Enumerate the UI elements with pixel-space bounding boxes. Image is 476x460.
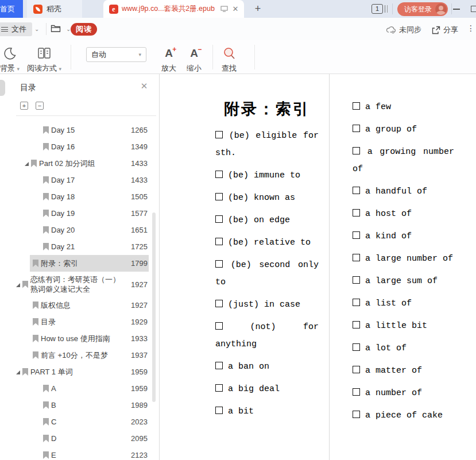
- new-tab-button[interactable]: +: [251, 2, 265, 16]
- maximize-button[interactable]: [471, 6, 476, 12]
- index-entry-line: (be) eligible for: [215, 127, 319, 145]
- minimize-button[interactable]: [453, 9, 460, 10]
- entry-checkbox[interactable]: [353, 321, 360, 328]
- entry-checkbox[interactable]: [215, 407, 223, 414]
- toc-item[interactable]: Day 21 1725: [0, 238, 160, 255]
- expand-triangle-icon[interactable]: [16, 283, 20, 287]
- entry-checkbox[interactable]: [215, 193, 223, 200]
- login-button[interactable]: 访客登录: [397, 2, 448, 16]
- toc-item[interactable]: E 2123: [0, 447, 160, 460]
- toc-item-page: 1433: [131, 159, 148, 168]
- entry-checkbox[interactable]: [353, 388, 360, 396]
- bookmark-icon: [33, 318, 38, 326]
- page-column-1: 附录：索引 (be) eligible forsth. (be) immune …: [160, 74, 329, 460]
- index-entry-line: a lot of: [353, 340, 454, 357]
- entry-checkbox[interactable]: [353, 209, 360, 217]
- toc-item[interactable]: A 1959: [0, 380, 160, 397]
- entry-checkbox[interactable]: [353, 254, 360, 261]
- toc-item[interactable]: B 1989: [0, 397, 160, 413]
- zoom-in-tool[interactable]: A+ 放大: [157, 45, 181, 74]
- entry-checkbox[interactable]: [353, 343, 360, 351]
- sync-status[interactable]: 未同步: [386, 25, 421, 35]
- share-icon: [432, 26, 440, 34]
- read-mode-tool[interactable]: 阅读方式 ▾: [22, 45, 67, 74]
- entry-checkbox[interactable]: [215, 300, 223, 307]
- toc-item-label: Day 15: [51, 122, 131, 138]
- toc-item[interactable]: 附录：索引 1799: [0, 255, 160, 272]
- bookmark-icon: [43, 143, 49, 150]
- entry-checkbox[interactable]: [353, 102, 360, 110]
- index-entry-line: a large sum of: [353, 273, 454, 290]
- tab-home[interactable]: 首页: [0, 0, 23, 18]
- entry-checkbox[interactable]: [215, 362, 223, 369]
- monitor-icon[interactable]: [220, 5, 228, 13]
- file-menu-button[interactable]: 文件: [0, 22, 32, 36]
- toc-item[interactable]: 恋练有词：考研英语（一）熟词僻义速记大全 1927: [0, 272, 160, 297]
- caret-down-icon: ▾: [59, 66, 62, 72]
- sidebar-scrollbar[interactable]: [152, 212, 156, 402]
- entry-checkbox[interactable]: [353, 147, 360, 154]
- window-count-badge[interactable]: 1: [371, 4, 383, 14]
- bookmark-icon: [43, 435, 49, 442]
- expand-triangle-icon[interactable]: [25, 162, 29, 166]
- read-mode-badge[interactable]: 阅读: [71, 23, 97, 36]
- toc-item[interactable]: Day 20 1651: [0, 222, 160, 238]
- toc-item-page: 2123: [131, 451, 148, 459]
- expand-triangle-icon[interactable]: [16, 370, 20, 374]
- toc-item[interactable]: Day 18 1505: [0, 188, 160, 205]
- tab-close-icon[interactable]: ✕: [231, 5, 239, 13]
- toc-item-page: 1927: [131, 301, 148, 310]
- separator: [212, 45, 213, 69]
- toc-item-label: C: [51, 414, 131, 430]
- separator: [392, 3, 393, 14]
- toc-item[interactable]: PART 1 单词 1959: [0, 364, 160, 380]
- entry-checkbox[interactable]: [215, 260, 223, 268]
- zoom-mode-select[interactable]: 自动 ▾: [86, 47, 146, 62]
- entry-checkbox[interactable]: [215, 322, 223, 330]
- toc-item[interactable]: How to use 使用指南 1933: [0, 330, 160, 347]
- toc-item[interactable]: 前言 +10分，不是梦 1937: [0, 347, 160, 364]
- entry-checkbox[interactable]: [215, 131, 223, 138]
- entry-checkbox[interactable]: [353, 125, 360, 132]
- tab-document-active[interactable]: e www.j9p.co...套装共2册.epub ✕: [103, 0, 244, 18]
- docer-leaf-icon: [33, 5, 42, 14]
- bookmark-icon: [33, 301, 38, 309]
- entry-checkbox[interactable]: [353, 366, 360, 373]
- toc-item[interactable]: Day 15 1265: [0, 122, 160, 138]
- zoom-in-icon: A+: [165, 47, 173, 60]
- toc-item[interactable]: 版权信息 1927: [0, 297, 160, 314]
- entry-checkbox[interactable]: [215, 215, 223, 223]
- entry-checkbox[interactable]: [353, 231, 360, 239]
- index-entry: a group of: [353, 121, 454, 138]
- entry-checkbox[interactable]: [353, 299, 360, 306]
- collapse-all-button[interactable]: −: [36, 102, 44, 110]
- entry-checkbox[interactable]: [353, 411, 360, 418]
- reading-toolbar: 背景 ▾ 阅读方式 ▾ 自动 ▾ A+ 放大 A− 缩小 查找: [0, 40, 476, 74]
- page-title: 附录：索引: [215, 98, 319, 121]
- file-menu-chevron-icon[interactable]: ⌄: [34, 26, 39, 32]
- more-options-icon[interactable]: ⋮: [467, 24, 475, 33]
- zoom-out-tool[interactable]: A− 缩小: [182, 45, 206, 74]
- share-button[interactable]: 分享: [432, 25, 458, 35]
- sidebar-close-icon[interactable]: ✕: [140, 82, 149, 91]
- find-tool[interactable]: 查找: [217, 45, 241, 74]
- toc-item[interactable]: Day 17 1433: [0, 172, 160, 188]
- sidebar-handle[interactable]: [0, 80, 5, 96]
- entry-checkbox[interactable]: [215, 384, 223, 392]
- toc-item[interactable]: Part 02 加分词组 1433: [0, 155, 160, 172]
- entry-checkbox[interactable]: [215, 171, 223, 178]
- toc-item[interactable]: Day 19 1577: [0, 205, 160, 222]
- open-file-button[interactable]: [51, 24, 61, 33]
- bookmark-icon: [33, 260, 38, 267]
- entry-checkbox[interactable]: [353, 276, 360, 284]
- entry-checkbox[interactable]: [215, 238, 223, 245]
- expand-all-button[interactable]: +: [20, 102, 28, 110]
- index-entry-line: a group of: [353, 121, 454, 138]
- toc-item[interactable]: Day 16 1349: [0, 138, 160, 155]
- entry-checkbox[interactable]: [353, 187, 360, 194]
- toc-item[interactable]: C 2023: [0, 413, 160, 430]
- toc-item-page: 1265: [131, 126, 148, 134]
- toc-item[interactable]: D 2095: [0, 430, 160, 447]
- toc-item[interactable]: 目录 1929: [0, 314, 160, 330]
- tab-docer[interactable]: 稻壳: [27, 0, 82, 18]
